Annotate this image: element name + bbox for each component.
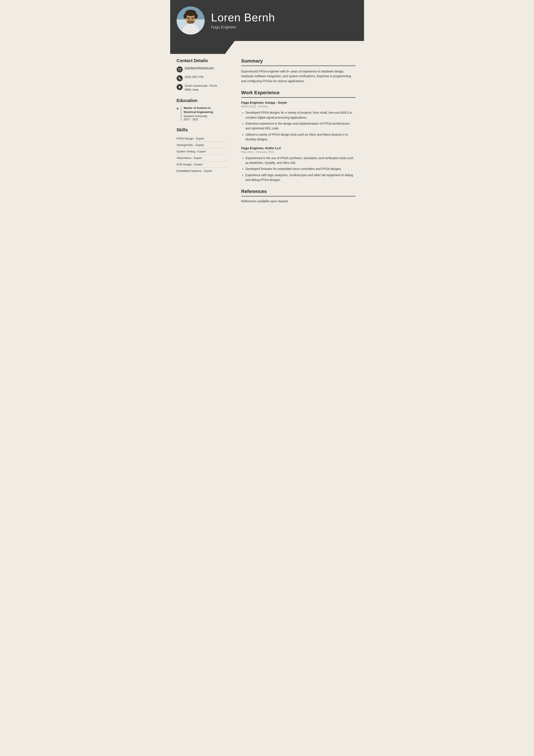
skill-item: PCB Design - Expert — [177, 161, 228, 168]
svg-point-10 — [188, 18, 189, 19]
chevron-left — [170, 41, 235, 54]
candidate-title: Fpga Engineer — [211, 25, 355, 30]
skills-section: Skills FPGA Design - ExpertVerilog/VHDL … — [177, 127, 228, 174]
contact-address-item: South Imanimouth, 75144- 9889, Iowa — [177, 84, 228, 92]
candidate-name: Loren Bernh — [211, 12, 355, 24]
list-item: Developed firmware for embedded micro-co… — [245, 167, 355, 171]
skill-item: Verilog/VHDL - Expert — [177, 142, 228, 148]
education-item: ● Master of Science inElectrical Enginee… — [177, 106, 228, 121]
references-text: References available upon request — [241, 200, 355, 203]
svg-point-15 — [179, 87, 180, 87]
right-content: Summary Experienced FPGA engineer with 8… — [235, 54, 364, 218]
skill-item: System Verilog - Expert — [177, 148, 228, 155]
list-item: Extensive experience in the design and i… — [245, 121, 355, 131]
email-text[interactable]: lorenbernh@gmail.com — [185, 66, 214, 69]
main-content: Contact Details lorenbernh@gmail.com — [170, 54, 364, 218]
chevron-divider — [170, 41, 364, 54]
summary-section: Summary Experienced FPGA engineer with 8… — [241, 58, 355, 83]
svg-point-6 — [194, 14, 198, 19]
edu-content: Master of Science inElectrical Engineeri… — [181, 106, 213, 121]
phone-text: (002) 289 1792 — [185, 75, 204, 79]
contact-phone-item: (002) 289 1792 — [177, 75, 228, 81]
svg-point-5 — [184, 14, 187, 19]
references-section: References References available upon req… — [241, 189, 355, 203]
email-icon — [177, 67, 183, 72]
skill-item: Embedded Systems - Expert — [177, 168, 228, 174]
job-date: May 2021 - February 2023 — [241, 150, 355, 153]
contact-section: Contact Details lorenbernh@gmail.com — [177, 58, 228, 92]
list-item: Utilized a variety of FPGA design tools … — [245, 132, 355, 142]
job-entry: Fpga Engineer, Kiehn LLCMay 2021 - Febru… — [241, 146, 355, 182]
edu-bullet-icon: ● — [177, 107, 179, 121]
list-item: Developed FPGA designs for a variety of … — [245, 110, 355, 120]
work-experience-title: Work Experience — [241, 90, 355, 98]
contact-email-item: lorenbernh@gmail.com — [177, 66, 228, 72]
svg-point-12 — [187, 20, 194, 24]
contact-section-title: Contact Details — [177, 58, 228, 63]
skill-item: FPGA Design - Expert — [177, 135, 228, 142]
work-experience-section: Work Experience Fpga Engineer, Koepp - D… — [241, 90, 355, 182]
skill-item: Xilinx/Altera - Expert — [177, 155, 228, 161]
summary-text: Experienced FPGA engineer with 8+ years … — [241, 69, 355, 83]
education-section: Education ● Master of Science inElectric… — [177, 98, 228, 121]
job-bullets: Developed FPGA designs for a variety of … — [241, 110, 355, 142]
avatar — [177, 7, 205, 35]
address-text: South Imanimouth, 75144- 9889, Iowa — [185, 84, 218, 92]
education-section-title: Education — [177, 98, 228, 103]
jobs-list: Fpga Engineer, Koepp - DoyleMarch 2023 -… — [241, 101, 355, 182]
list-item: Experience with logic analyzers, oscillo… — [245, 173, 355, 182]
job-title: Fpga Engineer, Kiehn LLC — [241, 146, 355, 150]
edu-years: 2017 - 2021 — [184, 118, 213, 121]
job-title: Fpga Engineer, Koepp - Doyle — [241, 101, 355, 104]
references-title: References — [241, 189, 355, 197]
location-icon — [177, 84, 183, 90]
resume-document: Loren Bernh Fpga Engineer Contact Detail… — [170, 0, 364, 259]
job-entry: Fpga Engineer, Koepp - DoyleMarch 2023 -… — [241, 101, 355, 142]
summary-title: Summary — [241, 58, 355, 66]
sidebar: Contact Details lorenbernh@gmail.com — [170, 54, 235, 218]
edu-school: Stanford University — [184, 115, 213, 118]
job-bullets: Experienced in the use of FPGA synthesis… — [241, 156, 355, 182]
chevron-right — [235, 41, 364, 54]
edu-degree: Master of Science inElectrical Engineeri… — [184, 106, 213, 114]
header-info: Loren Bernh Fpga Engineer — [211, 12, 355, 30]
skills-section-title: Skills — [177, 127, 228, 132]
svg-rect-14 — [178, 68, 181, 70]
header-section: Loren Bernh Fpga Engineer — [170, 0, 364, 41]
svg-point-11 — [192, 18, 193, 19]
list-item: Experienced in the use of FPGA synthesis… — [245, 156, 355, 165]
skills-list: FPGA Design - ExpertVerilog/VHDL - Exper… — [177, 135, 228, 174]
job-date: March 2023 - Present — [241, 105, 355, 108]
phone-icon — [177, 75, 183, 81]
